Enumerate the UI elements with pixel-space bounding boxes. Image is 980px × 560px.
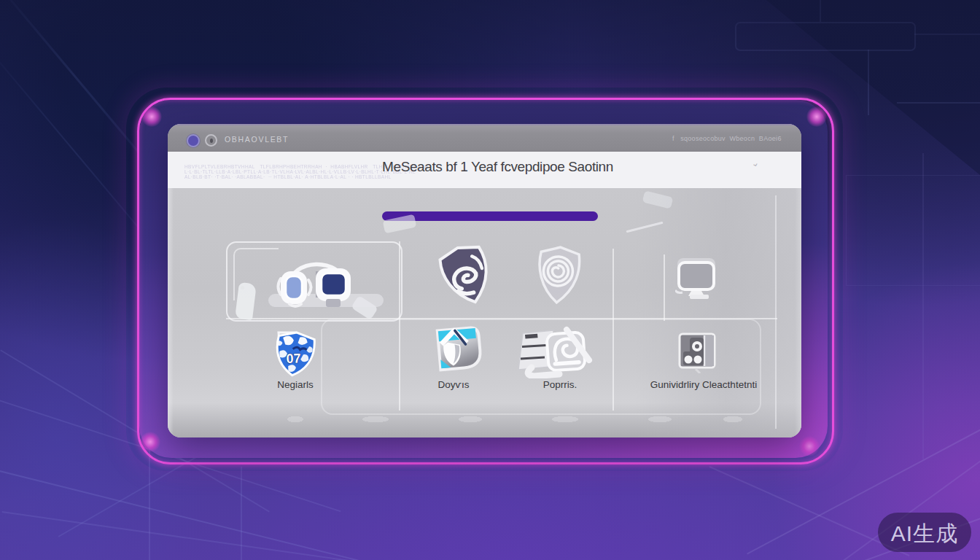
svg-text:07: 07 bbox=[286, 351, 301, 366]
